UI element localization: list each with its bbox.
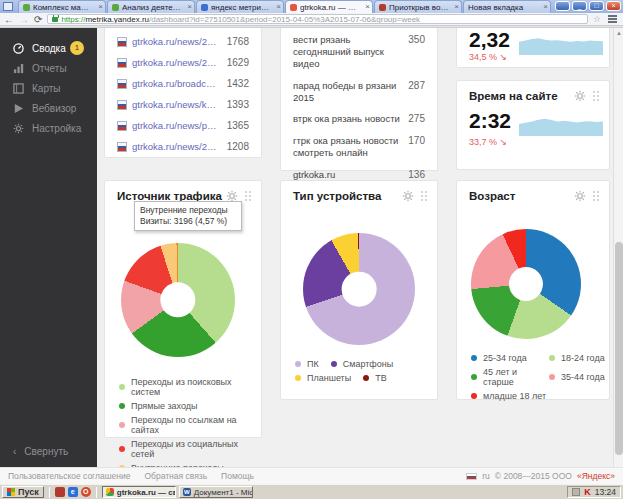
browser-menu-icon[interactable] [608, 18, 617, 20]
list-item[interactable]: gtrkoka.ru/news/2015/05/22... 1208 [105, 136, 261, 157]
page-link[interactable]: gtrkoka.ru/news/2015/05/07... [132, 36, 218, 47]
tab-close-icon[interactable]: × [276, 2, 281, 11]
tab-close-icon[interactable]: × [365, 2, 370, 11]
gear-icon[interactable] [574, 90, 586, 102]
language-flag-icon[interactable] [466, 473, 477, 480]
browser-tab-strip: Комплекс маркетинга :... × Анализ деятел… [0, 0, 623, 13]
footer-link-agreement[interactable]: Пользовательское соглашение [8, 471, 130, 481]
page-link[interactable]: gtrkoka.ru/news/kultura.html [132, 99, 218, 110]
tab-label: Приоткрыв ворота с ж... [389, 3, 449, 12]
legend-item[interactable]: 45 лет и старше [471, 367, 547, 387]
drag-handle-icon[interactable] [593, 91, 595, 93]
tab-4-active[interactable]: gtrkoka.ru — сводка — ... × [285, 0, 373, 13]
page-link[interactable]: gtrkoka.ru/news/proisshest... [132, 120, 218, 131]
https-padlock-icon[interactable] [52, 17, 58, 22]
list-item[interactable]: gtrkoka.ru/broadcast 1432 [105, 73, 261, 94]
sidebar-item-reports[interactable]: Отчеты [0, 58, 97, 78]
tab-label: Анализ деятельности ... [122, 3, 182, 12]
tab-label: яндекс метрика - Пои... [211, 3, 271, 12]
drag-handle-icon[interactable] [421, 191, 423, 193]
window-system-icon[interactable] [3, 2, 13, 11]
maximize-button[interactable]: □ [589, 1, 604, 11]
gauge-icon [13, 43, 24, 54]
url-host: metrika.yandex.ru [85, 15, 149, 24]
tab-close-icon[interactable]: × [454, 2, 459, 11]
legend-item[interactable]: 35-44 года [549, 367, 609, 387]
quick-launch-icon-1[interactable] [55, 487, 65, 497]
legend-item[interactable]: Планшеты [295, 373, 351, 383]
list-item[interactable]: gtrkoka.ru/news/2015/05/08... 1629 [105, 52, 261, 73]
word-icon: W [183, 488, 191, 496]
notification-badge[interactable]: 1 [70, 41, 84, 55]
forward-icon[interactable]: → [19, 14, 29, 25]
drag-handle-icon[interactable] [245, 191, 247, 193]
legend-item[interactable]: ПК [295, 359, 319, 369]
legend-item[interactable]: Переходы по ссылкам на сайтах [119, 415, 261, 435]
legend-item[interactable]: Переходы из поисковых систем [119, 377, 261, 397]
collapse-sidebar-button[interactable]: ‹Свернуть [13, 446, 68, 457]
sidebar-item-label: Вебвизор [32, 103, 76, 114]
reload-icon[interactable]: ⟳ [34, 14, 42, 25]
legend-item[interactable]: 25-34 года [471, 353, 547, 363]
legend-item[interactable]: Прямые заходы [119, 401, 261, 411]
list-item[interactable]: вести рязань сегодняшний выпуск видео 35… [281, 29, 437, 75]
bookmark-star-icon[interactable]: ☆ [593, 14, 601, 24]
tab-close-icon[interactable]: × [187, 2, 192, 11]
legend-item[interactable]: младше 18 лет [471, 391, 547, 401]
legend-item[interactable]: Смартфоны [331, 359, 393, 369]
device-type-pie-chart[interactable] [303, 233, 415, 345]
panel-time-on-site: Время на сайте 2:32 33,7 % ↘ [456, 80, 610, 170]
close-button[interactable]: × [606, 1, 621, 11]
scrollbar-thumb[interactable] [615, 242, 623, 455]
address-bar[interactable]: https://metrika.yandex.ru/dashboard?id=2… [47, 14, 588, 24]
sidebar-item-maps[interactable]: Карты [0, 78, 97, 98]
page-link[interactable]: gtrkoka.ru/news/2015/05/08... [132, 57, 218, 68]
list-item[interactable]: гтрк ока рязань новости смотреть онлайн … [281, 130, 437, 164]
sidebar-item-summary[interactable]: Сводка 1 [0, 38, 97, 58]
tab-2[interactable]: Анализ деятельности ... × [107, 0, 195, 13]
vertical-scrollbar[interactable]: ▲ [613, 28, 623, 467]
sidebar-item-settings[interactable]: Настройка [0, 118, 97, 138]
back-icon[interactable]: ← [4, 14, 14, 25]
footer-link-feedback[interactable]: Обратная связь [144, 471, 207, 481]
language-code[interactable]: ru [482, 471, 490, 481]
tray-icon[interactable] [572, 488, 580, 496]
opera-icon[interactable]: O [81, 487, 91, 497]
clock[interactable]: 13:24 [595, 487, 616, 497]
list-item[interactable]: парад победы в рязани 2015 287 [281, 75, 437, 109]
page-link[interactable]: gtrkoka.ru/news/2015/05/22... [132, 141, 218, 152]
start-button[interactable]: Пуск [2, 486, 44, 498]
internet-explorer-icon[interactable]: e [68, 487, 78, 497]
legend-dot [119, 422, 125, 428]
sidebar-item-label: Настройка [32, 123, 81, 134]
tab-close-icon[interactable]: × [543, 2, 548, 11]
tab-5[interactable]: Приоткрыв ворота с ж... × [374, 0, 462, 13]
footer-link-help[interactable]: Помощь [221, 471, 254, 481]
page-link[interactable]: gtrkoka.ru/broadcast [132, 78, 218, 89]
minimize-button[interactable]: _ [572, 1, 587, 11]
legend-dot [549, 374, 555, 380]
gear-icon[interactable] [402, 190, 414, 202]
list-item[interactable]: gtrkoka.ru/news/kultura.html 1393 [105, 94, 261, 115]
legend-item[interactable]: Переходы из социальных сетей [119, 439, 261, 459]
traffic-sources-pie-chart[interactable] [121, 243, 235, 357]
legend-item[interactable]: ТВ [363, 373, 387, 383]
tab-6[interactable]: Новая вкладка × [463, 0, 551, 13]
list-item[interactable]: gtrkoka.ru/news/proisshest... 1365 [105, 115, 261, 136]
legend-item[interactable]: 18-24 года [549, 353, 609, 363]
age-pie-chart[interactable] [471, 229, 581, 339]
list-item[interactable]: gtrkoka.ru/news/2015/05/07... 1768 [105, 31, 261, 52]
task-button-word[interactable]: W Документ1 - Microsoft ... [179, 486, 253, 498]
task-button-chrome[interactable]: gtrkoka.ru — сводка ... [102, 486, 176, 498]
list-item[interactable]: втрк ока рязань новости 275 [281, 108, 437, 130]
scroll-up-icon[interactable]: ▲ [614, 28, 623, 38]
tab-3[interactable]: яндекс метрика - Пои... × [196, 0, 284, 13]
sidebar-item-webvisor[interactable]: Вебвизор [0, 98, 97, 118]
kaspersky-icon[interactable]: K [584, 487, 591, 497]
profile-button[interactable] [555, 1, 570, 11]
drag-handle-icon[interactable] [593, 191, 595, 193]
tab-close-icon[interactable]: × [98, 2, 103, 11]
trend-down-icon: ↘ [500, 137, 508, 147]
gear-icon[interactable] [574, 190, 586, 202]
tab-1[interactable]: Комплекс маркетинга :... × [18, 0, 106, 13]
